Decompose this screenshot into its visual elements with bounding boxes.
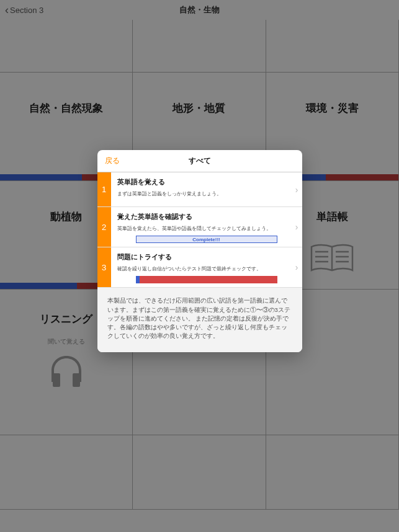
chevron-right-icon: › <box>295 185 298 195</box>
step-number: 1 <box>97 172 111 206</box>
modal-header: 戻る すべて <box>97 150 302 172</box>
steps-modal: 戻る すべて 1 英単語を覚える まずは英単語と語義をしっかり覚えましょう。 ›… <box>97 150 302 352</box>
complete-label: Complete!!! <box>136 236 277 243</box>
modal-title: すべて <box>97 156 302 166</box>
step-progress <box>136 276 277 283</box>
step-number: 2 <box>97 207 111 247</box>
chevron-right-icon: › <box>295 262 298 272</box>
step-number: 3 <box>97 247 111 287</box>
step-item-3[interactable]: 3 問題にトライする 確認を繰り返し自信がついたらテスト問題で最終チェックです。… <box>97 247 302 288</box>
step-title: 覚えた英単語を確認する <box>117 212 296 221</box>
step-progress: Complete!!! <box>136 236 277 243</box>
chevron-right-icon: › <box>295 222 298 232</box>
modal-overlay[interactable]: 戻る すべて 1 英単語を覚える まずは英単語と語義をしっかり覚えましょう。 ›… <box>0 0 399 532</box>
step-desc: 英単語を覚えたら、英単語や語義を隠してチェックしてみましょう。 <box>117 225 296 232</box>
step-desc: 確認を繰り返し自信がついたらテスト問題で最終チェックです。 <box>117 265 296 272</box>
step-title: 英単語を覚える <box>117 177 296 187</box>
modal-footer-text: 本製品では、できるだけ応用範囲の広い訳語を第一語義に選んでいます。まずはこの第一… <box>97 288 302 352</box>
step-title: 問題にトライする <box>117 252 296 262</box>
modal-back-button[interactable]: 戻る <box>105 156 120 166</box>
step-desc: まずは英単語と語義をしっかり覚えましょう。 <box>117 190 296 197</box>
step-item-2[interactable]: 2 覚えた英単語を確認する 英単語を覚えたら、英単語や語義を隠してチェックしてみ… <box>97 207 302 247</box>
step-item-1[interactable]: 1 英単語を覚える まずは英単語と語義をしっかり覚えましょう。 › <box>97 172 302 207</box>
